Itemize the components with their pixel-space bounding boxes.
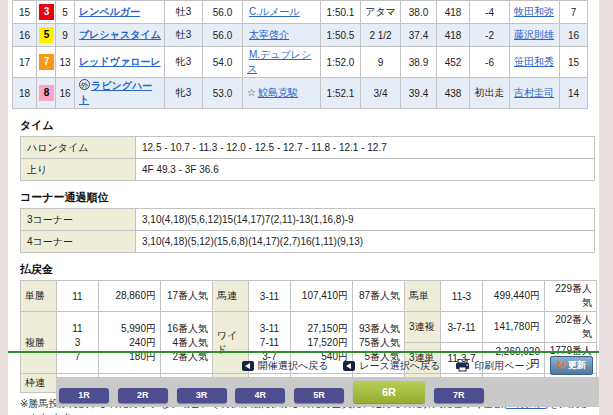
waku-cell: 7: [37, 47, 56, 78]
race-button-2r[interactable]: 2R: [118, 388, 168, 403]
race-button-7r[interactable]: 7R: [434, 388, 484, 403]
payout-popularity: 229番人気: [545, 281, 597, 312]
horse-weight-cell: 418: [437, 24, 470, 47]
payout-popularity: 17番人気: [161, 281, 213, 312]
refresh-button[interactable]: ↻更新: [550, 356, 593, 375]
jockey-link[interactable]: 鮫島克駿: [258, 87, 298, 98]
carried-weight-cell: 56.0: [203, 1, 243, 24]
payout-amount: 107,410円: [291, 281, 353, 312]
back-to-meeting-button[interactable]: 開催選択へ戻る: [242, 359, 328, 373]
jockey-link[interactable]: M.デュプレシス: [247, 49, 311, 74]
popularity-cell: 15: [560, 47, 588, 78]
popularity-cell: 7: [560, 1, 588, 24]
time-cell: 1:52.0: [321, 47, 361, 78]
trainer-cell: 藤沢則雄: [510, 24, 560, 47]
trainer-link[interactable]: 藤沢則雄: [514, 29, 554, 40]
place-cell: 15: [13, 1, 37, 24]
payout-type-label: 3連複: [405, 312, 441, 343]
time-cell: 1:52.1: [321, 78, 361, 109]
time-cell: 1:50.5: [321, 24, 361, 47]
trainer-link[interactable]: 笹田和秀: [514, 56, 554, 67]
corner-table: 3コーナー 3,10(4,18)(5,6,12)15(14,17)7(2,11)…: [20, 208, 595, 253]
horse-name-link[interactable]: レッドヴァローレ: [79, 56, 161, 67]
result-row: 18 8 16 外ラビングハート 牝3 53.0 ☆鮫島克駿 1:52.1 3/…: [13, 78, 588, 109]
payout-type-label: 馬連: [213, 281, 249, 312]
weight-diff-cell: -2: [470, 24, 510, 47]
furlong-time-row: ハロンタイム 12.5 - 10.7 - 11.3 - 12.0 - 12.5 …: [21, 137, 595, 159]
carried-weight-cell: 54.0: [203, 47, 243, 78]
time-table: ハロンタイム 12.5 - 10.7 - 11.3 - 12.0 - 12.5 …: [20, 136, 595, 181]
waku-badge: 8: [39, 85, 54, 101]
refresh-label: 更新: [568, 359, 586, 372]
race-button-4r[interactable]: 4R: [235, 388, 285, 403]
payout-section-heading: 払戻金: [20, 262, 599, 277]
trainer-link[interactable]: 吉村圭司: [514, 87, 554, 98]
printer-icon: [455, 359, 470, 372]
place-cell: 18: [13, 78, 37, 109]
furlong-time-label: ハロンタイム: [21, 137, 136, 159]
race-button-3r[interactable]: 3R: [177, 388, 227, 403]
weight-diff-cell: -4: [470, 1, 510, 24]
horse-name-cell: レッドヴァローレ: [75, 47, 165, 78]
horse-weight-cell: 452: [437, 47, 470, 78]
horse-name-link[interactable]: プレシャスタイム: [79, 29, 161, 40]
refresh-icon: ↻: [557, 361, 566, 370]
race-button-1r[interactable]: 1R: [59, 388, 109, 403]
back-to-race-button[interactable]: レース選択へ戻る: [343, 359, 440, 373]
last3f-cell: 39.4: [401, 78, 437, 109]
result-row: 15 3 5 レンペルガー 牡3 56.0 C.ルメール 1:50.1 アタマ …: [13, 1, 588, 24]
time-cell: 1:50.1: [321, 1, 361, 24]
payout-type-label: 馬単: [405, 281, 441, 312]
waku-badge: 3: [39, 4, 54, 20]
payout-amount: 28,860円: [99, 281, 161, 312]
payout-amount: 499,440円: [483, 281, 545, 312]
race-button-5r[interactable]: 5R: [294, 388, 344, 403]
corner4-row: 4コーナー 3,10(4,18)(5,12)(15,6,8)(14,17)(2,…: [21, 231, 595, 253]
print-page-button[interactable]: 印刷用ページ: [455, 359, 534, 373]
result-row: 17 7 13 レッドヴァローレ 牝3 54.0 M.デュプレシス 1:52.0…: [13, 47, 588, 78]
furlong-time-value: 12.5 - 10.7 - 11.3 - 12.0 - 12.5 - 12.7 …: [136, 137, 595, 159]
divider: [8, 351, 599, 353]
sex-age-cell: 牡3: [165, 24, 203, 47]
payout-combination: 1137: [57, 312, 99, 374]
race-button-6r-active[interactable]: 6R: [353, 381, 425, 403]
margin-cell: 2 1/2: [361, 24, 401, 47]
print-page-label: 印刷用ページ: [474, 359, 534, 373]
popularity-cell: 14: [560, 78, 588, 109]
weight-diff-cell: -6: [470, 47, 510, 78]
trainer-cell: 牧田和弥: [510, 1, 560, 24]
margin-cell: 9: [361, 47, 401, 78]
payout-popularity: 202番人気: [545, 312, 597, 343]
waku-cell: 3: [37, 1, 56, 24]
horse-number-cell: 9: [56, 24, 75, 47]
race-selector-bar: 1R 2R 3R 4R 5R 6R 7R: [56, 377, 599, 407]
payout-amount: 141,780円: [483, 312, 545, 343]
payout-popularity: 87番人気: [353, 281, 405, 312]
page: 15 3 5 レンペルガー 牡3 56.0 C.ルメール 1:50.1 アタマ …: [8, 0, 599, 415]
corner3-value: 3,10(4,18)(5,6,12)15(14,17)7(2,11)-13(1,…: [136, 209, 595, 231]
foreign-horse-mark: 外: [79, 79, 90, 90]
footer-toolbar: 開催選択へ戻る レース選択へ戻る 印刷用ページ ↻更新: [242, 356, 593, 375]
corner4-label: 4コーナー: [21, 231, 136, 253]
margin-cell: アタマ: [361, 1, 401, 24]
waku-badge: 7: [39, 54, 54, 70]
horse-name-link[interactable]: レンペルガー: [79, 6, 140, 17]
trainer-link[interactable]: 牧田和弥: [514, 6, 554, 17]
payout-combination: 3-7-11: [441, 312, 483, 343]
corner4-value: 3,10(4,18)(5,12)(15,6,8)(14,17)(2,7)16(1…: [136, 231, 595, 253]
payout-type-label: 複勝: [21, 312, 57, 374]
jockey-cell: M.デュプレシス: [243, 47, 321, 78]
jockey-apprentice-mark: ☆: [247, 87, 256, 98]
jockey-link[interactable]: C.ルメール: [249, 6, 300, 17]
horse-name-cell: レンペルガー: [75, 1, 165, 24]
waku-cell: 5: [37, 24, 56, 47]
jockey-link[interactable]: 太宰啓介: [249, 29, 289, 40]
weight-diff-cell: 初出走: [470, 78, 510, 109]
place-cell: 17: [13, 47, 37, 78]
horse-number-cell: 13: [56, 47, 75, 78]
payout-amount: 5,990円240円180円: [99, 312, 161, 374]
last3f-cell: 37.4: [401, 24, 437, 47]
time-section-heading: タイム: [20, 118, 599, 133]
jockey-cell: C.ルメール: [243, 1, 321, 24]
race-results-table: 15 3 5 レンペルガー 牡3 56.0 C.ルメール 1:50.1 アタマ …: [12, 0, 588, 109]
